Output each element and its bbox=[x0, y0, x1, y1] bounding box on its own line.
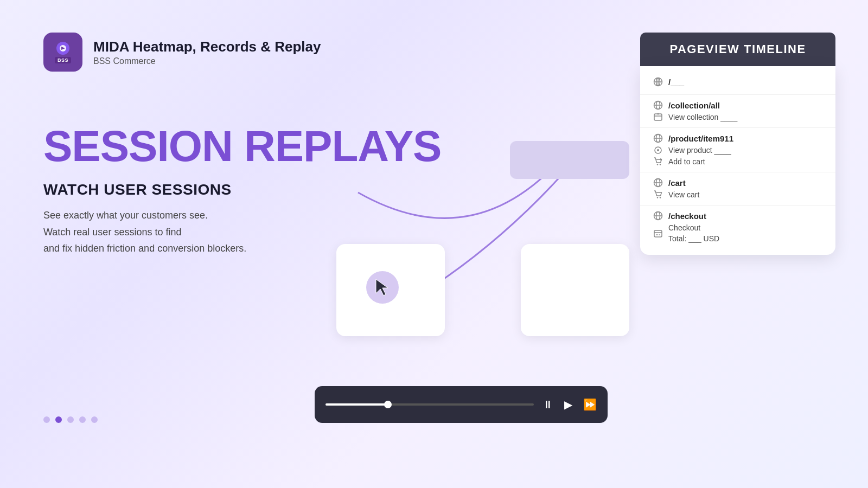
pause-button[interactable]: ⏸ bbox=[542, 399, 553, 410]
cart-add-icon bbox=[653, 157, 663, 166]
svg-rect-10 bbox=[654, 114, 662, 120]
timeline-row-cart: /cart View cart bbox=[640, 172, 835, 206]
dot-5[interactable] bbox=[91, 416, 98, 423]
timeline-header: PAGEVIEW TIMELINE bbox=[640, 33, 835, 66]
checkout-info: Checkout Total: ___ USD bbox=[668, 223, 719, 244]
globe-icon-collection bbox=[653, 100, 663, 110]
action-checkout: Checkout Total: ___ USD bbox=[653, 223, 822, 244]
action-add-to-cart: Add to cart bbox=[653, 157, 822, 166]
dot-4[interactable] bbox=[79, 416, 86, 423]
play-button[interactable]: ▶ bbox=[564, 399, 572, 410]
action-view-product: View product ____ bbox=[653, 145, 822, 155]
video-player: ⏸ ▶ ⏩ bbox=[315, 386, 608, 423]
svg-point-25 bbox=[657, 197, 658, 198]
url-product: /product/item911 bbox=[653, 133, 822, 143]
svg-point-17 bbox=[657, 149, 659, 151]
collection-icon bbox=[653, 112, 663, 122]
player-controls: ⏸ ▶ ⏩ bbox=[542, 399, 597, 410]
header-text: MIDA Heatmap, Records & Replay BSS Comme… bbox=[93, 38, 321, 66]
progress-bar[interactable] bbox=[326, 403, 534, 406]
url-home: /___ bbox=[653, 77, 822, 87]
cursor-indicator bbox=[366, 271, 399, 304]
url-collection: /collection/all bbox=[653, 100, 822, 110]
globe-icon-checkout bbox=[653, 211, 663, 221]
logo-icon bbox=[53, 41, 73, 56]
progress-fill bbox=[326, 403, 388, 406]
cart-icon bbox=[653, 190, 663, 200]
svg-rect-30 bbox=[654, 230, 662, 237]
bottom-right-card bbox=[521, 244, 629, 336]
dot-2[interactable] bbox=[55, 416, 62, 423]
svg-point-19 bbox=[660, 164, 661, 165]
fast-forward-button[interactable]: ⏩ bbox=[583, 399, 597, 410]
top-right-card bbox=[510, 141, 629, 179]
svg-point-18 bbox=[657, 164, 658, 165]
svg-point-12 bbox=[658, 113, 659, 115]
svg-point-26 bbox=[660, 197, 661, 198]
url-checkout: /checkout bbox=[653, 211, 822, 221]
timeline-body: /___ /collection/all View collection _ bbox=[640, 66, 835, 255]
globe-icon-product bbox=[653, 133, 663, 143]
company-name: BSS Commerce bbox=[93, 56, 321, 66]
app-header: BSS MIDA Heatmap, Records & Replay BSS C… bbox=[43, 33, 321, 72]
url-cart: /cart bbox=[653, 178, 822, 188]
dot-3[interactable] bbox=[67, 416, 74, 423]
action-view-cart: View cart bbox=[653, 190, 822, 200]
dot-1[interactable] bbox=[43, 416, 50, 423]
pagination-dots bbox=[43, 416, 98, 423]
timeline-row-collection: /collection/all View collection ____ bbox=[640, 95, 835, 128]
cursor-circle bbox=[366, 271, 399, 304]
timeline-row-product: /product/item911 View product ____ Add t… bbox=[640, 128, 835, 172]
cursor-icon bbox=[375, 278, 390, 297]
globe-icon-cart bbox=[653, 178, 663, 188]
action-view-collection: View collection ____ bbox=[653, 112, 822, 122]
timeline-row-checkout: /checkout Checkout Total: ___ USD bbox=[640, 206, 835, 249]
timeline-panel: PAGEVIEW TIMELINE /___ bbox=[640, 33, 835, 255]
logo-badge: BSS bbox=[55, 57, 71, 63]
visualization-area bbox=[326, 98, 629, 369]
product-icon bbox=[653, 145, 663, 155]
app-name: MIDA Heatmap, Records & Replay bbox=[93, 38, 321, 55]
timeline-row-home: /___ bbox=[640, 72, 835, 95]
progress-thumb bbox=[384, 401, 392, 408]
app-logo: BSS bbox=[43, 33, 82, 72]
globe-icon-home bbox=[653, 77, 663, 87]
checkout-icon bbox=[653, 229, 663, 239]
